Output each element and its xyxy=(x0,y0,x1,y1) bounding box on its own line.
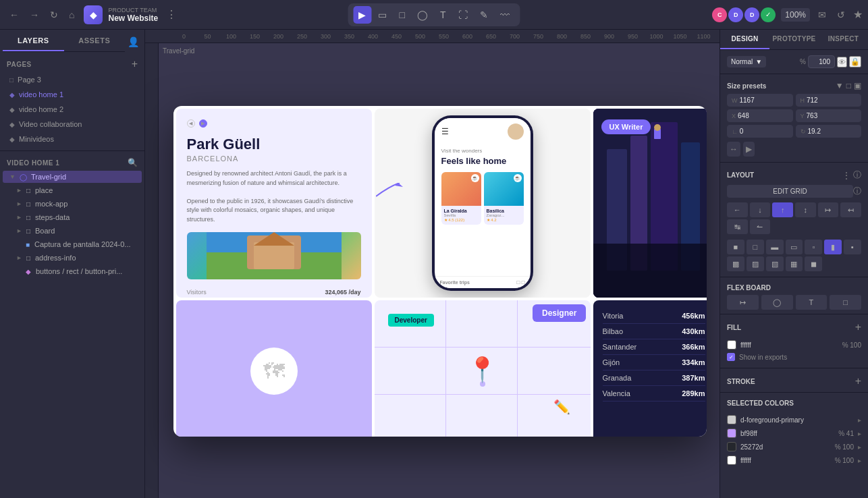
layer-buttons[interactable]: ◆ buttons / rect / button-pri... xyxy=(3,265,142,277)
svg-point-11 xyxy=(654,124,661,131)
zoom-level[interactable]: 100% xyxy=(781,8,810,22)
sc-arrow-4[interactable]: ▸ xyxy=(858,457,861,464)
tab-prototype[interactable]: PROTOTYPE xyxy=(769,30,819,49)
pages-section: PAGES + xyxy=(0,53,144,72)
tool-text[interactable]: T xyxy=(435,6,452,24)
dist-v[interactable]: ↼ xyxy=(750,219,771,234)
sc-arrow-2[interactable]: ▸ xyxy=(858,430,861,437)
layer-mock-app[interactable]: ► □ mock-app xyxy=(3,198,142,210)
grid-info-btn[interactable]: ⓘ xyxy=(853,186,861,197)
flex-box-btn[interactable]: □ xyxy=(830,295,861,310)
layout-menu-btn[interactable]: ⋮ xyxy=(842,169,850,181)
s-input[interactable]: ↻ 19.2 xyxy=(796,125,862,138)
fill-swatch-1[interactable] xyxy=(727,340,736,350)
align-right-h[interactable]: ↤ xyxy=(840,202,861,217)
x-input[interactable]: X 648 xyxy=(727,109,793,122)
flex-circle-btn[interactable]: ◯ xyxy=(761,295,793,310)
tool-pen[interactable]: ✎ xyxy=(474,6,493,24)
layer-travel-grid[interactable]: ▼ ◯ Travel-grid xyxy=(3,171,142,183)
opacity-input[interactable] xyxy=(808,55,835,68)
refresh-btn[interactable]: ↻ xyxy=(46,7,62,23)
dist-h[interactable]: ↹ xyxy=(727,219,748,234)
tab-design[interactable]: DESIGN xyxy=(720,30,769,49)
history-btn[interactable]: ↺ xyxy=(834,7,848,23)
blend-mode-select[interactable]: Normal ▼ xyxy=(727,56,766,67)
show-exports-checkbox[interactable]: ✓ xyxy=(727,353,735,361)
page-item-mini[interactable]: ◆ Minivideos xyxy=(3,132,142,146)
layer-board[interactable]: ► □ Board xyxy=(3,225,142,237)
play-btn[interactable]: ▶ xyxy=(743,142,755,157)
layout-info-btn[interactable]: ⓘ xyxy=(853,169,861,181)
visibility-toggle[interactable]: 👁 xyxy=(837,57,847,67)
tab-layers[interactable]: LAYERS xyxy=(3,31,64,51)
y-input[interactable]: Y 763 xyxy=(796,109,862,122)
sc-arrow-1[interactable]: ▸ xyxy=(858,416,861,424)
lg-6[interactable]: ▮ xyxy=(824,240,842,254)
forward-btn[interactable]: → xyxy=(26,7,43,23)
tool-rect[interactable]: □ xyxy=(394,6,410,24)
back-btn[interactable]: ← xyxy=(5,7,23,23)
sc-swatch-3[interactable] xyxy=(727,442,736,451)
tab-inspect[interactable]: INSPECT xyxy=(819,30,868,49)
lg-5[interactable]: ▫ xyxy=(805,240,822,254)
page-item-page3[interactable]: □ Page 3 xyxy=(3,73,142,86)
chevron-down[interactable]: ▼ xyxy=(9,173,16,180)
page-item-video1[interactable]: ◆ video home 1 xyxy=(3,88,142,101)
sc-arrow-3[interactable]: ▸ xyxy=(858,443,861,451)
layer-address-info[interactable]: ► □ address-info xyxy=(3,252,142,264)
add-fill-btn[interactable]: + xyxy=(855,321,861,333)
tool-circle[interactable]: ◯ xyxy=(412,6,433,24)
size-grid-btn[interactable]: □ xyxy=(846,81,851,90)
sc-swatch-1[interactable] xyxy=(727,415,736,424)
align-top-btn[interactable]: ↑ xyxy=(772,202,793,217)
home-btn[interactable]: ⌂ xyxy=(65,7,78,23)
lg-11[interactable]: ▦ xyxy=(786,256,803,271)
layer-captura[interactable]: ■ Captura de pantalla 2024-0... xyxy=(3,238,142,250)
tool-frame[interactable]: ▭ xyxy=(373,6,392,24)
size-presets-chevron[interactable]: ▼ xyxy=(836,81,844,90)
chat-btn[interactable]: ✉ xyxy=(815,7,829,23)
lg-2[interactable]: □ xyxy=(747,240,764,254)
lg-7[interactable]: ▪ xyxy=(844,240,861,254)
lg-12[interactable]: ◼ xyxy=(805,256,822,271)
lg-9[interactable]: ▨ xyxy=(747,256,764,271)
sc-swatch-2[interactable] xyxy=(727,428,736,438)
sc-swatch-4[interactable] xyxy=(727,455,736,465)
page-item-collab[interactable]: ◆ Video collaboration xyxy=(3,117,142,131)
dot-back[interactable]: ◀ xyxy=(187,119,195,128)
canvas-content[interactable]: ◀ ▶ Park Güell BARCELONA Designed by ren… xyxy=(160,45,720,498)
tab-assets[interactable]: ASSETS xyxy=(64,31,126,51)
align-mid-btn[interactable]: ↕ xyxy=(795,202,816,217)
align-down-btn[interactable]: ↓ xyxy=(750,202,771,217)
layer-steps-data[interactable]: ► □ steps-data xyxy=(3,211,142,223)
flex-text-btn[interactable]: T xyxy=(796,295,828,310)
users-btn[interactable]: 👤 xyxy=(125,34,142,50)
brand-icon: ◆ xyxy=(84,5,103,24)
r-input[interactable]: ∟ 0 xyxy=(727,125,793,138)
h-input[interactable]: H 712 xyxy=(796,94,862,107)
layer-search-btn[interactable]: 🔍 xyxy=(128,158,138,167)
page-item-video2[interactable]: ◆ video home 2 xyxy=(3,103,142,116)
lg-1[interactable]: ■ xyxy=(727,240,744,254)
star-btn[interactable]: ★ xyxy=(853,8,863,21)
add-stroke-btn[interactable]: + xyxy=(855,375,861,387)
lg-3[interactable]: ▬ xyxy=(766,240,784,254)
layer-place[interactable]: ► □ place xyxy=(3,184,142,196)
dot-fwd[interactable]: ▶ xyxy=(199,119,207,128)
align-left-btn[interactable]: ← xyxy=(727,202,748,217)
lock-btn[interactable]: 🔒 xyxy=(849,56,861,67)
tool-image[interactable]: ⛶ xyxy=(453,6,473,24)
align-right-v[interactable]: ↦ xyxy=(818,202,839,217)
lg-8[interactable]: ▩ xyxy=(727,256,744,271)
tool-path[interactable]: 〰 xyxy=(495,6,515,24)
lg-10[interactable]: ▧ xyxy=(766,256,784,271)
add-page-btn[interactable]: + xyxy=(132,59,138,70)
flex-h-btn[interactable]: ↦ xyxy=(727,295,759,310)
brand-menu-btn[interactable]: ⋮ xyxy=(163,7,180,22)
lg-4[interactable]: ▭ xyxy=(786,240,803,254)
resize-btn-1[interactable]: ↔ xyxy=(727,142,740,157)
tool-cursor[interactable]: ▶ xyxy=(353,6,371,24)
size-fullscreen-btn[interactable]: ▣ xyxy=(854,81,861,90)
w-input[interactable]: W 1167 xyxy=(727,94,793,107)
edit-grid-btn[interactable]: EDIT GRID xyxy=(727,185,853,198)
